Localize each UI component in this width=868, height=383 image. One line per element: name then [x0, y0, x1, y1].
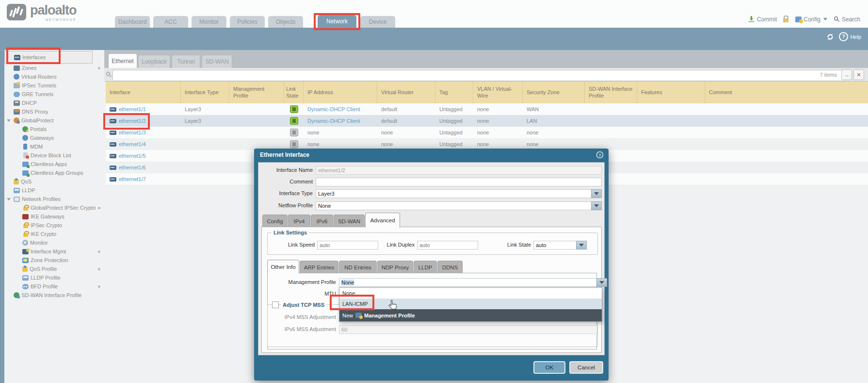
col-mgmt-profile[interactable]: Management Profile [229, 82, 284, 104]
sidebar-item-ipsec-tunnels[interactable]: IPSec Tunnels [4, 81, 104, 90]
sidebar-item-ike-gateways[interactable]: IKE Gateways [4, 212, 104, 221]
link-settings-legend: Link Settings [272, 230, 309, 235]
help-button[interactable]: ? Help [839, 32, 861, 41]
management-profile-dropdown-arrow[interactable] [596, 278, 607, 287]
adjust-tcp-mss-checkbox[interactable] [272, 301, 279, 308]
lock-icon[interactable] [783, 16, 789, 22]
col-vlan[interactable]: VLAN / Virtual-Wire [473, 82, 523, 104]
nav-tab-device[interactable]: Device [360, 16, 395, 28]
sidebar-item-device-block-list[interactable]: Device Block List [4, 151, 104, 160]
apply-filter-button[interactable]: → [841, 69, 852, 80]
config-menu[interactable]: Config [795, 16, 827, 23]
sidebar-item-dhcp[interactable]: DHCP [4, 99, 104, 107]
sidebar-item-clientless-app-groups[interactable]: Clientless App Groups [4, 168, 104, 177]
commit-button[interactable]: Commit [748, 16, 777, 23]
expander-icon[interactable] [7, 119, 11, 122]
search-icon [834, 16, 840, 22]
item-menu-dot[interactable] [98, 268, 100, 270]
inner-tab-other-info[interactable]: Other Info [267, 260, 299, 274]
interface-type-dropdown-arrow[interactable] [591, 189, 602, 198]
nav-tab-network[interactable]: Network [318, 15, 356, 28]
col-sdwan-profile[interactable]: SD-WAN Interface Profile [585, 82, 637, 104]
search-button[interactable]: Search [834, 16, 860, 23]
link-state-dropdown-arrow[interactable] [576, 241, 587, 250]
item-menu-dot[interactable] [98, 285, 100, 288]
col-virtual-router[interactable]: Virtual Router [377, 82, 435, 104]
table-row-ethernet1-3[interactable]: ethernet1/3 none none Untagged none none [106, 127, 868, 139]
col-link-state[interactable]: Link State [284, 82, 304, 104]
nav-tab-objects[interactable]: Objects [268, 16, 303, 28]
sidebar-item-bfd-profile[interactable]: BFD Profile [4, 282, 104, 291]
netflow-profile-select[interactable]: None [316, 201, 602, 210]
sidebar-item-lldp-profile[interactable]: LLDP Profile [4, 273, 104, 282]
dialog-tab-advanced[interactable]: Advanced [365, 213, 400, 228]
sidebar-item-zone-protection[interactable]: Zone Protection [4, 256, 104, 265]
sidebar-item-portals[interactable]: Portals [4, 125, 104, 133]
sidebar-item-globalprotect[interactable]: GlobalProtect [4, 116, 104, 125]
col-ip-address[interactable]: IP Address [304, 82, 377, 104]
nav-tab-monitor[interactable]: Monitor [192, 16, 226, 28]
sidebar-item-ipsec-crypto[interactable]: IPSec Crypto [4, 221, 104, 230]
dropdown-option-none[interactable]: None [339, 288, 602, 299]
sidebar-item-interface-mgmt[interactable]: Interface Mgmt [4, 247, 104, 256]
ethernet-icon [110, 177, 116, 182]
inner-tab-ddns[interactable]: DDNS [437, 261, 463, 274]
sidebar-item-lldp[interactable]: LLDP [4, 186, 104, 195]
item-menu-dot[interactable] [98, 207, 100, 209]
dialog-tab-ipv4[interactable]: IPv4 [288, 215, 310, 228]
inner-tab-nd-entries[interactable]: ND Entries [339, 261, 377, 274]
sidebar-item-ike-crypto[interactable]: IKE Crypto [4, 230, 104, 238]
sidebar-item-mdm[interactable]: MDM [4, 142, 104, 151]
item-menu-dot[interactable] [98, 250, 100, 253]
item-menu-dot[interactable] [98, 67, 100, 69]
sidebar-item-monitor-profile[interactable]: Monitor [4, 238, 104, 247]
dialog-tab-config[interactable]: Config [262, 215, 288, 228]
sidebar-item-interfaces[interactable]: Interfaces [4, 51, 93, 64]
inner-tab-lldp[interactable]: LLDP [414, 261, 437, 274]
sidebar-item-zones[interactable]: Zones [4, 64, 104, 72]
nav-tab-acc[interactable]: ACC [153, 16, 188, 28]
inner-tab-ndp-proxy[interactable]: NDP Proxy [377, 261, 413, 274]
netflow-dropdown-arrow[interactable] [591, 201, 602, 210]
filter-input[interactable] [113, 70, 845, 81]
dialog-tab-ipv6[interactable]: IPv6 [311, 215, 333, 228]
col-interface-type[interactable]: Interface Type [181, 82, 229, 104]
table-row-ethernet1-1[interactable]: ethernet1/1 Layer3 Dynamic-DHCP Client d… [106, 103, 868, 116]
col-security-zone[interactable]: Security Zone [523, 82, 585, 104]
sidebar-item-gateways[interactable]: Gateways [4, 133, 104, 142]
dialog-help-icon[interactable]: ? [596, 151, 604, 160]
sidebar-item-network-profiles[interactable]: Network Profiles [4, 195, 104, 203]
management-profile-combo[interactable]: None [339, 278, 597, 287]
refresh-icon[interactable] [826, 33, 834, 41]
sidebar-item-qos[interactable]: QoS [4, 177, 104, 186]
ok-button[interactable]: OK [533, 361, 565, 374]
comment-field[interactable] [316, 178, 602, 186]
nav-tab-dashboard[interactable]: Dashboard [115, 16, 150, 28]
table-row-ethernet1-2[interactable]: ethernet1/2 Layer3 Dynamic-DHCP Client d… [106, 115, 868, 127]
col-tag[interactable]: Tag [435, 82, 473, 104]
clear-filter-button[interactable]: ✕ [853, 69, 864, 80]
col-comment[interactable]: Comment [705, 82, 868, 104]
expander-icon[interactable] [7, 198, 11, 200]
sidebar-item-dns-proxy[interactable]: DNS Proxy [4, 107, 104, 116]
tab-ethernet[interactable]: Ethernet [108, 53, 137, 68]
dropdown-new-management-profile[interactable]: New Management Profile [339, 309, 602, 321]
sidebar-item-qos-profile[interactable]: QoS Profile [4, 265, 104, 273]
col-interface[interactable]: Interface [106, 82, 181, 104]
sidebar-item-sdwan-interface-profile[interactable]: SD-WAN Interface Profile [4, 291, 104, 300]
filter-search-icon[interactable] [106, 71, 112, 78]
tab-sdwan[interactable]: SD-WAN [202, 55, 232, 68]
cancel-button[interactable]: Cancel [569, 361, 603, 374]
tab-tunnel[interactable]: Tunnel [172, 55, 200, 68]
sidebar-item-virtual-routers[interactable]: Virtual Routers [4, 72, 104, 81]
interface-type-select[interactable]: Layer3 [316, 189, 602, 198]
col-features[interactable]: Features [637, 82, 705, 104]
dialog-tab-sdwan[interactable]: SD-WAN [334, 215, 365, 228]
sidebar-item-clientless-apps[interactable]: Clientless Apps [4, 160, 104, 168]
nav-tab-policies[interactable]: Policies [230, 16, 265, 28]
inner-tab-arp-entries[interactable]: ARP Entries [300, 261, 338, 274]
sidebar-item-gre-tunnels[interactable]: GRE Tunnels [4, 90, 104, 99]
sidebar-item-gp-ipsec-crypto[interactable]: GlobalProtect IPSec Crypto [4, 203, 104, 212]
tab-loopback[interactable]: Loopback [138, 55, 170, 68]
dropdown-option-lan-icmp[interactable]: LAN-ICMP [339, 299, 602, 309]
